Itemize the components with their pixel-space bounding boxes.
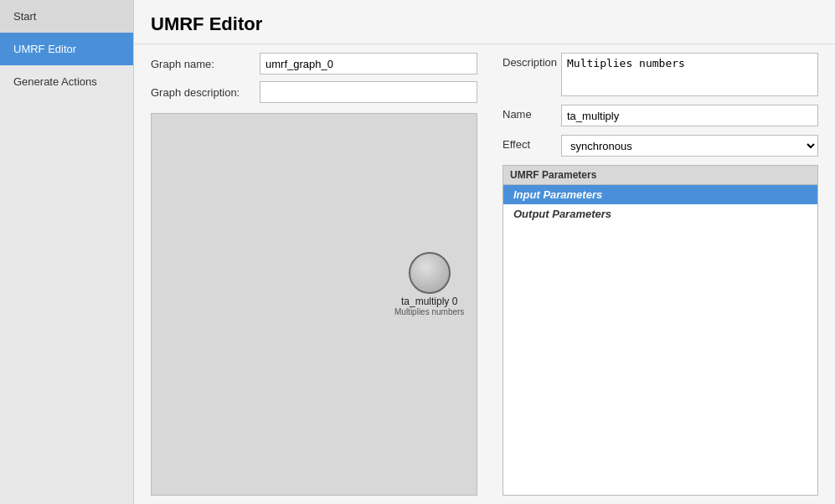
sidebar: Start UMRF Editor Generate Actions: [0, 0, 134, 504]
effect-label: Effect: [503, 135, 561, 151]
content-area: Graph name: Graph description: ta_multip…: [134, 44, 835, 504]
sidebar-item-start[interactable]: Start: [0, 0, 133, 33]
graph-name-row: Graph name:: [151, 53, 477, 75]
name-label: Name: [503, 105, 561, 121]
graph-description-row: Graph description:: [151, 81, 477, 103]
description-label: Description: [503, 53, 561, 69]
name-input[interactable]: [561, 105, 818, 126]
page-title: UMRF Editor: [134, 0, 835, 44]
graph-name-input[interactable]: [260, 53, 477, 75]
umrf-params-header: UMRF Parameters: [503, 166, 817, 185]
graph-name-label: Graph name:: [151, 58, 260, 70]
graph-description-label: Graph description:: [151, 86, 260, 99]
name-row: Name: [503, 105, 818, 126]
umrf-params-section: UMRF Parameters Input ParametersOutput P…: [503, 165, 818, 496]
node-circle: [409, 252, 451, 294]
graph-canvas-scroll[interactable]: ta_multiply 0 Multiplies numbers: [152, 114, 477, 495]
description-row: Description: [503, 53, 818, 96]
sidebar-item-generate-actions[interactable]: Generate Actions: [0, 65, 133, 98]
params-item-input[interactable]: Input Parameters: [503, 185, 817, 204]
left-panel: Graph name: Graph description: ta_multip…: [134, 44, 494, 504]
sidebar-item-umrf-editor[interactable]: UMRF Editor: [0, 33, 133, 65]
right-panel: Description Name Effect synchronousasync…: [494, 44, 835, 504]
graph-canvas-wrapper: ta_multiply 0 Multiplies numbers: [151, 113, 477, 496]
graph-inner: ta_multiply 0 Multiplies numbers: [152, 114, 477, 495]
params-list: Input ParametersOutput Parameters: [503, 185, 817, 495]
node-label: ta_multiply 0: [401, 296, 457, 307]
effect-row: Effect synchronousasynchronoussynchronou…: [503, 135, 818, 157]
graph-description-input[interactable]: [260, 81, 477, 103]
effect-select[interactable]: synchronousasynchronoussynchronous_block…: [561, 135, 818, 157]
node-sublabel: Multiplies numbers: [394, 307, 464, 316]
params-item-output[interactable]: Output Parameters: [503, 204, 817, 224]
main-content: UMRF Editor Graph name: Graph descriptio…: [134, 0, 835, 504]
graph-node[interactable]: ta_multiply 0 Multiplies numbers: [394, 252, 464, 316]
description-input[interactable]: [561, 53, 818, 96]
